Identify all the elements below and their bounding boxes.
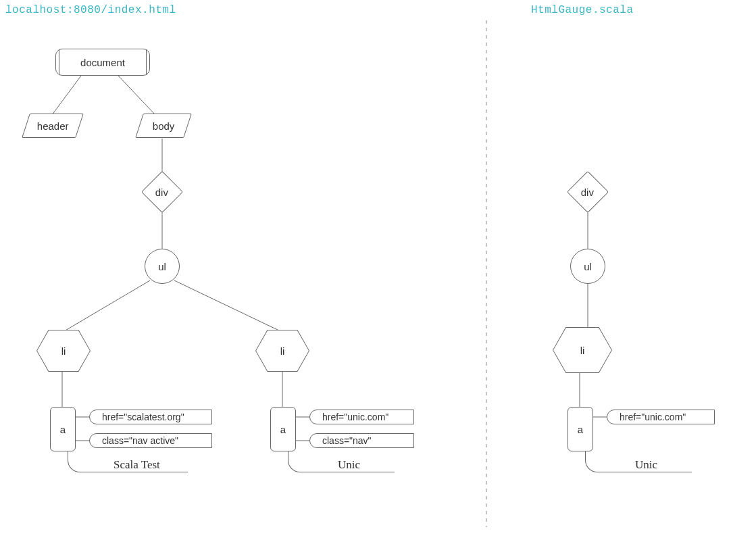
- attr-a1-href-text: href="scalatest.org": [102, 412, 184, 422]
- node-li2-label: li: [280, 345, 285, 357]
- attr-a-right-href-text: href="unic.com": [620, 412, 686, 422]
- node-a-right: a: [568, 407, 593, 451]
- attr-a2-href-text: href="unic.com": [322, 412, 388, 422]
- underline-a1: [86, 472, 188, 472]
- text-a1: Scala Test: [114, 458, 160, 472]
- node-body-label: body: [153, 120, 175, 132]
- node-div-left: div: [141, 171, 183, 213]
- node-div-right: div: [567, 171, 609, 213]
- attr-a1-href: href="scalatest.org": [89, 410, 212, 424]
- node-header-label: header: [37, 120, 69, 132]
- text-a-right: Unic: [635, 458, 657, 472]
- node-ul-right-label: ul: [584, 261, 592, 272]
- attr-a1-class: class="nav active": [89, 433, 212, 448]
- node-li2: li: [255, 330, 309, 372]
- svg-line-1: [52, 76, 81, 115]
- curve-a-right: [585, 451, 606, 472]
- svg-line-5: [64, 280, 150, 331]
- node-li-right-label: li: [580, 345, 585, 356]
- node-document: document: [55, 49, 150, 76]
- node-a1: a: [50, 407, 76, 451]
- node-ul-left: ul: [145, 249, 180, 284]
- node-a1-label: a: [60, 424, 66, 435]
- node-div-left-label: div: [155, 187, 168, 198]
- attr-a2-class-text: class="nav": [322, 435, 372, 446]
- node-div-right-label: div: [581, 187, 594, 198]
- node-ul-left-label: ul: [158, 261, 166, 272]
- node-document-label: document: [80, 57, 125, 68]
- curve-a1: [68, 451, 89, 472]
- node-ul-right: ul: [570, 249, 605, 284]
- curve-a2: [288, 451, 309, 472]
- node-a2: a: [270, 407, 296, 451]
- node-header: header: [22, 114, 84, 138]
- underline-a2: [307, 472, 395, 472]
- right-title: HtmlGauge.scala: [531, 4, 634, 16]
- node-li1: li: [36, 330, 91, 372]
- text-a2: Unic: [338, 458, 360, 472]
- node-body: body: [135, 114, 192, 138]
- svg-line-6: [174, 280, 280, 331]
- attr-a2-href: href="unic.com": [309, 410, 414, 424]
- node-li1-label: li: [61, 345, 66, 357]
- attr-a2-class: class="nav": [309, 433, 414, 448]
- diagram: localhost:8080/index.html HtmlGauge.scal…: [0, 0, 756, 542]
- node-a-right-label: a: [578, 424, 583, 435]
- svg-line-2: [118, 76, 155, 115]
- node-a2-label: a: [280, 424, 286, 435]
- underline-a-right: [604, 472, 692, 472]
- attr-a-right-href: href="unic.com": [607, 410, 715, 424]
- left-title: localhost:8080/index.html: [5, 4, 176, 16]
- node-li-right: li: [553, 327, 612, 373]
- attr-a1-class-text: class="nav active": [102, 435, 178, 446]
